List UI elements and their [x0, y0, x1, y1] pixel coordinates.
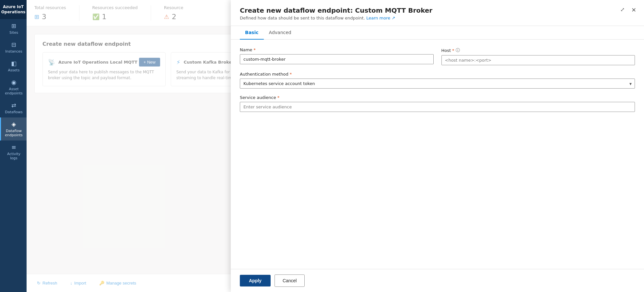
- grid-icon: ⊞: [34, 13, 39, 20]
- auth-method-select-wrapper: Kubernetes service account token X.509 c…: [240, 79, 635, 89]
- stat-total-value: ⊞ 3: [34, 13, 46, 21]
- sidebar-item-label: Dataflows: [5, 110, 23, 114]
- import-icon: ↓: [70, 281, 73, 286]
- name-required-star: *: [253, 47, 256, 52]
- stat-resources-succeeded: Resources succeeded ✅ 1: [92, 5, 151, 21]
- host-label: Host * ⓘ: [441, 47, 635, 53]
- stat-warning-value: ⚠ 2: [164, 13, 176, 21]
- form-row-service-audience: Service audience *: [240, 95, 635, 112]
- panel-body: Name * Host * ⓘ: [231, 40, 644, 269]
- sidebar-item-dataflows[interactable]: ⇄ Dataflows: [0, 99, 27, 117]
- sidebar-item-label: Dataflow endpoints: [3, 129, 25, 137]
- learn-more-link[interactable]: Learn more ↗: [366, 16, 395, 20]
- sidebar-item-activity-logs[interactable]: ≡ Activity logs: [0, 140, 27, 164]
- cancel-button[interactable]: Cancel: [275, 274, 305, 287]
- panel-expand-button[interactable]: ⤢: [618, 5, 627, 14]
- service-audience-label: Service audience *: [240, 95, 635, 100]
- sidebar-item-label: Activity logs: [3, 152, 25, 160]
- endpoint-card-title-row-mqtt: 📡 Azure IoT Operations Local MQTT: [48, 59, 137, 66]
- warning-icon: ⚠: [164, 13, 169, 20]
- endpoint-card-title-row-kafka: ⚡ Custom Kafka Broker: [176, 59, 234, 66]
- assets-icon: ◧: [11, 60, 17, 67]
- stat-warning-label: Resource: [164, 5, 183, 10]
- endpoint-card-header-mqtt: 📡 Azure IoT Operations Local MQTT + New: [48, 58, 160, 67]
- manage-secrets-button[interactable]: 🔑 Manage secrets: [97, 279, 139, 287]
- instances-icon: ⊟: [11, 41, 16, 48]
- refresh-button[interactable]: ↻ Refresh: [34, 279, 60, 287]
- dataflow-endpoints-icon: ◈: [12, 121, 16, 128]
- form-group-host: Host * ⓘ: [441, 47, 635, 65]
- form-group-service-audience: Service audience *: [240, 95, 635, 112]
- main-content: Total resources ⊞ 3 Resources succeeded …: [27, 0, 644, 292]
- sidebar-item-assets[interactable]: ◧ Assets: [0, 57, 27, 76]
- service-audience-required-star: *: [277, 95, 280, 100]
- import-button[interactable]: ↓ Import: [68, 279, 89, 287]
- sidebar-item-label: Assets: [8, 68, 20, 72]
- check-icon: ✅: [92, 13, 100, 20]
- stat-total-label: Total resources: [34, 5, 66, 10]
- sidebar-item-instances[interactable]: ⊟ Instances: [0, 38, 27, 57]
- form-row-name-host: Name * Host * ⓘ: [240, 47, 635, 65]
- key-icon: 🔑: [99, 281, 104, 286]
- kafka-icon: ⚡: [176, 59, 181, 66]
- sidebar: Azure IoT Operations ⊞ Sites ⊟ Instances…: [0, 0, 27, 292]
- panel-footer: Apply Cancel: [231, 269, 644, 292]
- panel-title: Create new dataflow endpoint: Custom MQT…: [240, 6, 635, 14]
- create-endpoint-panel: Create new dataflow endpoint: Custom MQT…: [231, 0, 644, 292]
- stat-total-resources: Total resources ⊞ 3: [34, 5, 79, 21]
- refresh-icon: ↻: [37, 281, 41, 286]
- stat-succeeded-value: ✅ 1: [92, 13, 107, 21]
- app-title: Azure IoT Operations: [0, 0, 27, 19]
- panel-subtitle: Defined how data should be sent to this …: [240, 16, 635, 20]
- form-group-name: Name *: [240, 47, 434, 65]
- endpoint-card-desc-mqtt: Send your data here to publish messages …: [48, 69, 160, 81]
- form-row-auth: Authentication method * Kubernetes servi…: [240, 72, 635, 89]
- expand-icon: ⤢: [620, 7, 625, 12]
- mqtt-icon: 📡: [48, 59, 55, 66]
- dataflows-icon: ⇄: [11, 102, 16, 109]
- form-group-auth-method: Authentication method * Kubernetes servi…: [240, 72, 635, 89]
- auth-required-star: *: [290, 72, 292, 77]
- auth-method-select[interactable]: Kubernetes service account token X.509 c…: [240, 79, 635, 89]
- sidebar-item-label: Sites: [9, 30, 18, 35]
- tab-basic[interactable]: Basic: [240, 26, 264, 40]
- sidebar-item-sites[interactable]: ⊞ Sites: [0, 19, 27, 38]
- sites-icon: ⊞: [11, 22, 16, 29]
- sidebar-item-label: Asset endpoints: [3, 87, 25, 95]
- close-icon: ✕: [631, 7, 636, 13]
- new-mqtt-button[interactable]: + New: [139, 58, 160, 67]
- host-required-star: *: [452, 48, 454, 53]
- host-info-icon: ⓘ: [456, 47, 460, 53]
- auth-method-label: Authentication method *: [240, 72, 635, 77]
- apply-button[interactable]: Apply: [240, 275, 271, 286]
- service-audience-input[interactable]: [240, 102, 635, 112]
- sidebar-item-asset-endpoints[interactable]: ◉ Asset endpoints: [0, 76, 27, 99]
- panel-header: Create new dataflow endpoint: Custom MQT…: [231, 0, 644, 26]
- panel-tabs: Basic Advanced: [231, 26, 644, 40]
- stat-resources-warning: Resource ⚠ 2: [164, 5, 196, 21]
- sidebar-item-dataflow-endpoints[interactable]: ◈ Dataflow endpoints: [0, 117, 27, 140]
- name-label: Name *: [240, 47, 434, 52]
- endpoint-card-title-kafka: Custom Kafka Broker: [184, 60, 234, 65]
- stat-succeeded-label: Resources succeeded: [92, 5, 138, 10]
- tab-advanced[interactable]: Advanced: [264, 26, 297, 40]
- endpoint-card-mqtt-local: 📡 Azure IoT Operations Local MQTT + New …: [42, 52, 166, 86]
- asset-endpoints-icon: ◉: [11, 79, 17, 86]
- endpoint-card-title-mqtt: Azure IoT Operations Local MQTT: [58, 60, 137, 65]
- name-input[interactable]: [240, 54, 434, 64]
- sidebar-item-label: Instances: [5, 49, 22, 54]
- host-input[interactable]: [441, 55, 635, 65]
- panel-close-button[interactable]: ✕: [629, 5, 639, 15]
- activity-logs-icon: ≡: [11, 144, 16, 151]
